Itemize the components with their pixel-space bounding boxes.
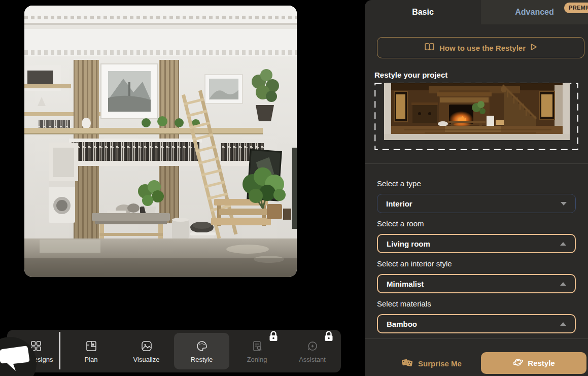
toolbar-item-my-designs[interactable]: My Designs [8, 333, 63, 369]
tab-basic[interactable]: Basic [365, 0, 481, 24]
toolbar-item-zoning[interactable]: Zoning [229, 333, 285, 369]
image-icon [140, 339, 153, 353]
chevron-up-icon [560, 242, 566, 246]
chevron-up-icon [560, 282, 566, 286]
room-label: Select a room [377, 219, 424, 228]
toolbar-item-label: Assistant [299, 356, 326, 363]
dice-icon [401, 357, 413, 369]
materials-select-value: Bamboo [387, 320, 417, 328]
project-heading: Restyle your project [374, 71, 447, 79]
palette-icon [195, 339, 209, 353]
toolbar-item-label: Plan [84, 356, 97, 363]
lock-icon [269, 330, 278, 343]
floorplan-icon [85, 339, 98, 353]
type-select[interactable]: Interior [377, 194, 576, 213]
restyler-panel: Basic Advanced PREMIUM How to use the Re… [365, 0, 588, 376]
style-select[interactable]: Minimalist [377, 274, 576, 293]
planet-icon [512, 357, 524, 369]
section-divider [365, 163, 588, 164]
lock-icon [324, 330, 333, 343]
restyle-button-label: Restyle [528, 359, 555, 367]
book-icon [424, 43, 435, 53]
toolbar-item-visualize[interactable]: Visualize [119, 333, 174, 369]
document-search-icon [251, 339, 264, 353]
style-select-value: Minimalist [387, 280, 424, 288]
type-select-value: Interior [386, 199, 412, 208]
play-icon [530, 43, 537, 52]
type-label: Select a type [377, 179, 421, 188]
toolbar-item-label: Visualize [133, 356, 160, 363]
premium-badge: PREMIUM [564, 3, 588, 13]
grid-icon [29, 339, 43, 353]
toolbar-item-label: My Designs [19, 356, 53, 363]
restyle-button[interactable]: Restyle [481, 352, 586, 374]
materials-select[interactable]: Bamboo [377, 314, 576, 333]
toolbar-divider [59, 332, 60, 369]
toolbar-item-plan[interactable]: Plan [63, 333, 119, 369]
chat-plus-icon [306, 339, 319, 353]
footer-divider [365, 338, 588, 339]
toolbar-item-restyle[interactable]: Restyle [174, 333, 229, 369]
materials-label: Select materials [377, 299, 431, 308]
current-design-render [24, 6, 297, 277]
tab-bar: Basic Advanced PREMIUM [365, 0, 588, 24]
project-dropzone[interactable] [374, 83, 578, 150]
toolbar-item-label: Restyle [191, 356, 213, 363]
toolbar-item-assistant[interactable]: Assistant [285, 333, 340, 369]
chevron-up-icon [560, 322, 566, 326]
how-to-use-button[interactable]: How to use the Restyler [377, 37, 584, 58]
style-label: Select an interior style [377, 259, 452, 268]
project-thumbnail [384, 83, 570, 140]
surprise-me-label: Surprise Me [418, 359, 462, 368]
chevron-down-icon [561, 202, 567, 206]
toolbar-item-label: Zoning [247, 356, 267, 363]
app-window: My Designs Plan [0, 0, 588, 376]
design-canvas[interactable]: My Designs Plan [0, 0, 365, 376]
surprise-me-button[interactable]: Surprise Me [398, 354, 465, 372]
room-select-value: Living room [387, 240, 430, 248]
how-to-use-label: How to use the Restyler [439, 44, 526, 52]
room-select[interactable]: Living room [377, 234, 576, 253]
bottom-toolbar: My Designs Plan [7, 330, 341, 372]
